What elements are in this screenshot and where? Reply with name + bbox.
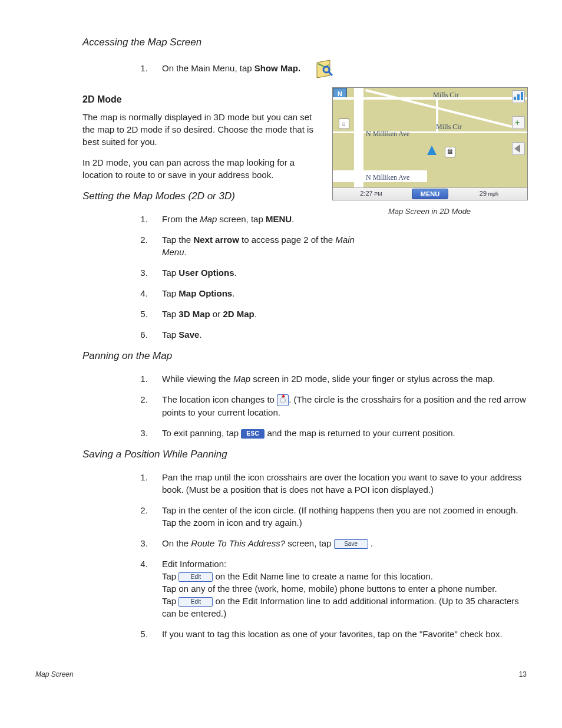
paragraph: In 2D mode, you can pan across the map l…: [82, 156, 318, 181]
street-label: N Milliken Ave: [366, 129, 409, 139]
list-item: Tap 3D Map or 2D Map.: [150, 308, 527, 320]
show-map-label: Show Map.: [254, 63, 300, 73]
poi-home-icon: ⌂: [339, 118, 349, 129]
list-item: Tap the Next arrow to access page 2 of t…: [150, 233, 362, 258]
street-label: N Milliken Ave: [366, 173, 409, 183]
map-screenshot: N Mills Cir Mills Cir N Milliken Ave N M…: [332, 87, 528, 200]
paragraph: The map is normally displayed in 3D mode…: [82, 111, 318, 148]
page-footer: Map Screen 13: [35, 670, 527, 680]
edit-button[interactable]: Edit: [178, 572, 213, 582]
map-figure: N Mills Cir Mills Cir N Milliken Ave N M…: [332, 87, 527, 217]
list-item: Tap in the center of the icon circle. (I…: [150, 504, 527, 529]
list-item: The location icon changes to . (The circ…: [150, 393, 527, 419]
list-item: Pan the map until the icon crosshairs ar…: [150, 471, 527, 496]
map-caption: Map Screen in 2D Mode: [332, 206, 527, 217]
edit-button[interactable]: Edit: [178, 597, 213, 607]
list-item: Tap Save.: [150, 328, 527, 341]
heading-accessing: Accessing the Map Screen: [82, 35, 527, 50]
map-status-bar: 2:27 PM MENU 29 mph: [333, 187, 527, 200]
accessing-step-1: On the Main Menu, tap Show Map.: [150, 59, 527, 79]
map-menu-button[interactable]: MENU: [412, 189, 448, 199]
list-item: To exit panning, tap ESC and the map is …: [150, 427, 527, 439]
map-time: 2:27 PM: [333, 189, 409, 198]
sound-icon: [512, 142, 525, 155]
list-item: Tap User Options.: [150, 266, 527, 279]
list-item: If you want to tag this location as one …: [150, 628, 527, 640]
list-item: On the Route To This Address? screen, ta…: [150, 537, 527, 549]
crosshair-icon: [277, 394, 289, 406]
save-button[interactable]: Save: [334, 539, 368, 549]
list-item: Edit Information: Tap Edit on the Edit N…: [150, 558, 527, 620]
signal-icon: [512, 90, 525, 103]
esc-button[interactable]: ESC: [241, 429, 265, 439]
page-number: 13: [519, 670, 527, 680]
footer-section: Map Screen: [35, 670, 74, 680]
map-speed: 29 mph: [451, 189, 527, 198]
list-item: While viewing the Map screen in 2D mode,…: [150, 373, 527, 385]
poi-bank-icon: 🏛: [445, 147, 455, 157]
street-label: Mills Cir: [436, 122, 462, 132]
heading-saving: Saving a Position While Panning: [82, 447, 527, 462]
zoom-in-icon: +: [512, 116, 525, 129]
text: On the Main Menu, tap: [162, 63, 254, 73]
heading-panning: Panning on the Map: [82, 349, 527, 363]
show-map-icon: [313, 59, 333, 79]
street-label: Mills Cir: [433, 90, 459, 100]
current-position-icon: [427, 146, 437, 155]
list-item: Tap Map Options.: [150, 287, 527, 299]
